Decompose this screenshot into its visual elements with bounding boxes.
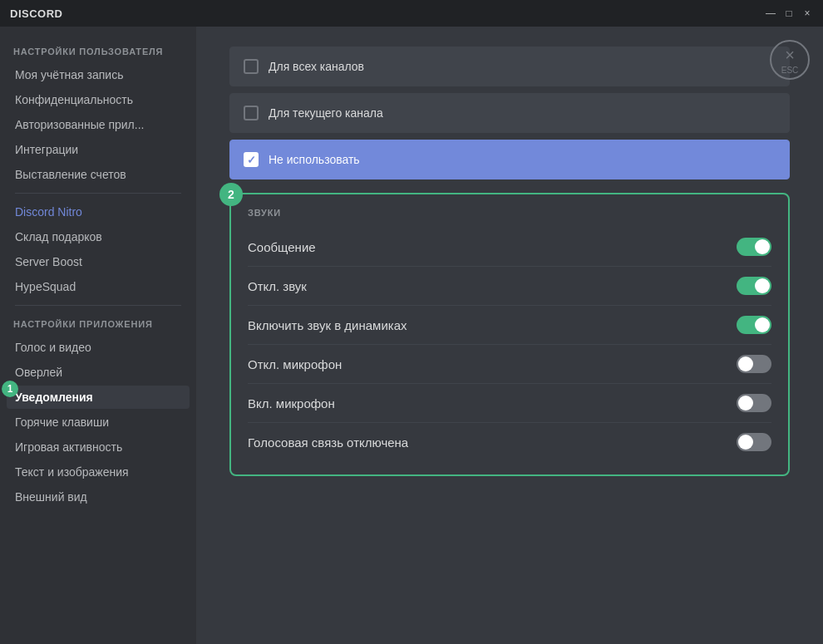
toggle-voice-disconnect[interactable]: [737, 433, 771, 451]
sidebar-item-label: Склад подарков: [15, 230, 102, 243]
sound-row-voice-disconnect: Голосовая связь отключена: [248, 423, 771, 461]
main-layout: НАСТРОЙКИ ПОЛЬЗОВАТЕЛЯ Моя учётная запис…: [0, 27, 823, 644]
toggle-knob-unmute-mic: [738, 396, 753, 410]
sidebar-item-hypesquad[interactable]: HypeSquad: [7, 275, 190, 298]
sidebar-item-authorized[interactable]: Авторизованные прил...: [7, 113, 190, 136]
sidebar-item-billing[interactable]: Выставление счетов: [7, 163, 190, 186]
sidebar-item-label: Игровая активность: [15, 440, 122, 454]
sidebar-divider-2: [15, 305, 181, 306]
app-window: DISCORD — □ × НАСТРОЙКИ ПОЛЬЗОВАТЕЛЯ Моя…: [0, 0, 823, 644]
user-settings-label: НАСТРОЙКИ ПОЛЬЗОВАТЕЛЯ: [7, 40, 190, 60]
sound-name-unmute-mic: Вкл. микрофон: [248, 396, 335, 410]
checkbox-label-dont: Не использовать: [269, 153, 360, 166]
sidebar-item-label: Авторизованные прил...: [15, 118, 144, 131]
notification-badge: 1: [2, 381, 18, 397]
toggle-knob-voice-disconnect: [738, 435, 753, 450]
sounds-section-label: ЗВУКИ: [248, 208, 771, 218]
sidebar-item-label: Конфиденциальность: [15, 93, 133, 106]
toggle-message[interactable]: [737, 238, 771, 256]
sidebar-item-boost[interactable]: Server Boost: [7, 250, 190, 273]
checkbox-box-dont: ✓: [244, 152, 259, 167]
sound-row-message: Сообщение: [248, 228, 771, 267]
sound-row-unmute-mic: Вкл. микрофон: [248, 384, 771, 423]
sidebar-item-activity[interactable]: Игровая активность: [7, 435, 190, 459]
sidebar-item-voice[interactable]: Голос и видео: [7, 336, 190, 359]
checkbox-box-all: [244, 59, 259, 74]
sound-name-speaker: Включить звук в динамиках: [248, 318, 407, 332]
toggle-speaker[interactable]: [737, 316, 771, 334]
sound-row-mute: Откл. звук: [248, 267, 771, 306]
sound-name-mute: Откл. звук: [248, 279, 307, 293]
esc-label: ESC: [781, 66, 799, 75]
checkbox-label-all: Для всех каналов: [269, 60, 364, 73]
sidebar-item-label: Discord Nitro: [15, 205, 82, 219]
close-button[interactable]: ×: [801, 7, 813, 19]
sound-name-message: Сообщение: [248, 240, 316, 254]
sidebar-item-label: Горячие клавиши: [15, 415, 109, 429]
checkmark-icon: ✓: [247, 155, 256, 165]
sidebar-item-integrations[interactable]: Интеграции: [7, 138, 190, 161]
sidebar-item-label: Server Boost: [15, 255, 82, 268]
checkbox-label-current: Для текущего канала: [269, 106, 383, 120]
toggle-knob-mute-mic: [738, 356, 753, 371]
sound-row-speaker: Включить звук в динамиках: [248, 306, 771, 345]
toggle-mute-mic[interactable]: [737, 355, 771, 373]
sidebar-item-label: Уведомления: [15, 391, 93, 404]
checkbox-all-channels[interactable]: Для всех каналов: [229, 47, 790, 86]
toggle-knob-speaker: [755, 317, 770, 332]
sidebar-divider-1: [15, 193, 181, 194]
close-icon: ×: [785, 46, 795, 65]
sidebar-item-hotkeys[interactable]: Горячие клавиши: [7, 410, 190, 434]
sidebar-item-text[interactable]: Текст и изображения: [7, 460, 190, 484]
sidebar-item-label: Моя учётная запись: [15, 68, 123, 81]
sidebar-item-privacy[interactable]: Конфиденциальность: [7, 88, 190, 111]
toggle-mute[interactable]: [737, 277, 771, 295]
content-area: × ESC Для всех каналов Для текущего кана…: [196, 27, 823, 644]
sidebar-item-overlay[interactable]: Оверлей: [7, 361, 190, 384]
esc-button[interactable]: × ESC: [770, 40, 810, 80]
sidebar-item-label: HypeSquad: [15, 280, 76, 293]
toggle-knob-mute: [755, 278, 770, 293]
sounds-section-badge: 2: [219, 183, 243, 206]
maximize-button[interactable]: □: [783, 7, 795, 19]
sidebar-item-nitro[interactable]: Discord Nitro: [7, 200, 190, 224]
app-settings-label: НАСТРОЙКИ ПРИЛОЖЕНИЯ: [7, 312, 190, 332]
sound-name-mute-mic: Откл. микрофон: [248, 357, 342, 371]
sound-row-mute-mic: Откл. микрофон: [248, 345, 771, 384]
window-controls: — □ ×: [765, 7, 813, 19]
toggle-knob-message: [755, 239, 770, 254]
sidebar-item-notifications[interactable]: 1 Уведомления: [7, 386, 190, 409]
sidebar-item-label: Интеграции: [15, 143, 78, 156]
sidebar-item-label: Внешний вид: [15, 490, 87, 504]
sidebar-item-label: Текст и изображения: [15, 465, 129, 479]
checkbox-dont-use[interactable]: ✓ Не использовать: [229, 140, 790, 179]
sidebar-item-label: Оверлей: [15, 366, 62, 379]
checkbox-current-channel[interactable]: Для текущего канала: [229, 93, 790, 133]
sounds-section: 2 ЗВУКИ Сообщение Откл. звук: [229, 193, 790, 476]
sidebar-item-gifts[interactable]: Склад подарков: [7, 225, 190, 248]
sidebar: НАСТРОЙКИ ПОЛЬЗОВАТЕЛЯ Моя учётная запис…: [0, 27, 196, 644]
sidebar-item-account[interactable]: Моя учётная запись: [7, 63, 190, 86]
sidebar-item-appearance[interactable]: Внешний вид: [7, 485, 190, 509]
sound-name-voice-disconnect: Голосовая связь отключена: [248, 435, 408, 450]
app-title: DISCORD: [10, 7, 62, 20]
sidebar-item-label: Выставление счетов: [15, 168, 126, 181]
toggle-unmute-mic[interactable]: [737, 394, 771, 412]
minimize-button[interactable]: —: [765, 7, 776, 19]
title-bar: DISCORD — □ ×: [0, 0, 823, 27]
sidebar-item-label: Голос и видео: [15, 341, 91, 354]
checkbox-box-current: [244, 106, 259, 120]
